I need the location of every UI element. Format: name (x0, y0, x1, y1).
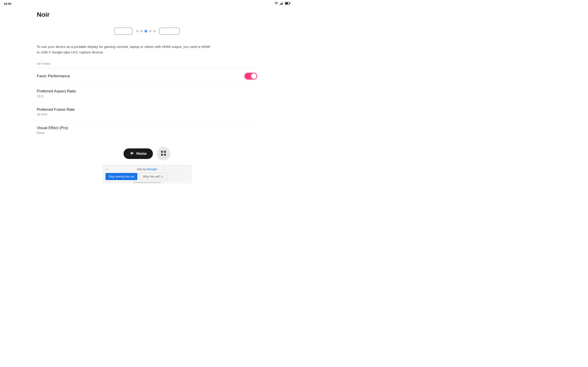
ad-bar-footer: Stop seeing this ad Why this ad? ▷ (105, 173, 189, 180)
main-content: Noir To use your device as a portable di… (0, 6, 294, 140)
svg-rect-10 (164, 151, 166, 153)
setting-left-frame-rate: Preferred Frame Rate 30 FPS (37, 107, 75, 116)
battery-icon (285, 2, 290, 6)
settings-label: SETTINGS (37, 62, 257, 65)
scroll-indicator (133, 182, 161, 183)
dot-4 (149, 30, 151, 32)
setting-name-favor-performance: Favor Performance (37, 74, 70, 78)
dot-1 (136, 30, 138, 32)
settings-section: SETTINGS Favor Performance Preferred Asp… (37, 62, 257, 140)
setting-value-aspect-ratio: 16:9 (37, 94, 76, 98)
ad-back-arrow[interactable]: ← (105, 167, 109, 171)
svg-rect-2 (282, 2, 283, 5)
svg-rect-12 (164, 154, 166, 156)
dot-2 (140, 30, 143, 32)
setting-row-favor-performance: Favor Performance (37, 68, 257, 84)
hdmi-connector (159, 27, 180, 35)
home-play-icon (130, 152, 134, 156)
apps-grid-icon (161, 151, 166, 157)
wifi-icon (274, 2, 278, 6)
page-title: Noir (37, 11, 257, 18)
setting-left-aspect-ratio: Preferred Aspect Ratio 16:9 (37, 89, 76, 98)
setting-value-frame-rate: 30 FPS (37, 113, 75, 116)
svg-rect-11 (161, 154, 163, 156)
ad-bar-header: ← Ads by Google (105, 167, 189, 171)
dot-3-active (145, 30, 147, 33)
google-logo: Google (147, 167, 157, 171)
svg-rect-3 (283, 2, 284, 5)
setting-row-frame-rate[interactable]: Preferred Frame Rate 30 FPS (37, 103, 257, 121)
setting-value-visual-effect: None (37, 131, 68, 135)
ads-by-text: Ads by Google (137, 167, 157, 171)
ad-bar: ← Ads by Google Stop seeing this ad Why … (102, 165, 192, 184)
home-button[interactable]: Home (124, 148, 153, 159)
connector-dots (136, 30, 156, 33)
setting-left-visual-effect: Visual Effect (Pro) None (37, 126, 68, 135)
toggle-knob (251, 73, 257, 79)
why-this-ad-button[interactable]: Why this ad? ▷ (140, 173, 167, 180)
dot-5 (153, 30, 156, 32)
why-this-ad-icon: ▷ (161, 175, 164, 178)
svg-rect-5 (285, 2, 288, 4)
signal-icon (280, 2, 284, 6)
setting-name-aspect-ratio: Preferred Aspect Ratio (37, 89, 76, 94)
setting-row-aspect-ratio[interactable]: Preferred Aspect Ratio 16:9 (37, 84, 257, 103)
svg-rect-9 (161, 151, 163, 153)
bottom-nav: Home (124, 147, 170, 161)
status-time: 19:50 (4, 2, 11, 6)
svg-rect-6 (290, 3, 290, 4)
status-icons (274, 2, 290, 6)
setting-name-visual-effect: Visual Effect (Pro) (37, 126, 68, 130)
apps-button[interactable] (157, 147, 170, 161)
setting-left-favor-performance: Favor Performance (37, 74, 70, 78)
status-bar: 19:50 (0, 0, 294, 6)
setting-row-visual-effect[interactable]: Visual Effect (Pro) None (37, 121, 257, 140)
svg-rect-0 (280, 4, 280, 5)
setting-name-frame-rate: Preferred Frame Rate (37, 107, 75, 112)
description-text: To use your device as a portable display… (37, 44, 211, 55)
stop-seeing-ad-button[interactable]: Stop seeing this ad (105, 173, 137, 180)
usb-connector (114, 27, 132, 35)
favor-performance-toggle[interactable] (244, 73, 257, 80)
connector-diagram (37, 27, 257, 35)
home-label: Home (137, 152, 147, 156)
svg-rect-1 (281, 3, 282, 5)
